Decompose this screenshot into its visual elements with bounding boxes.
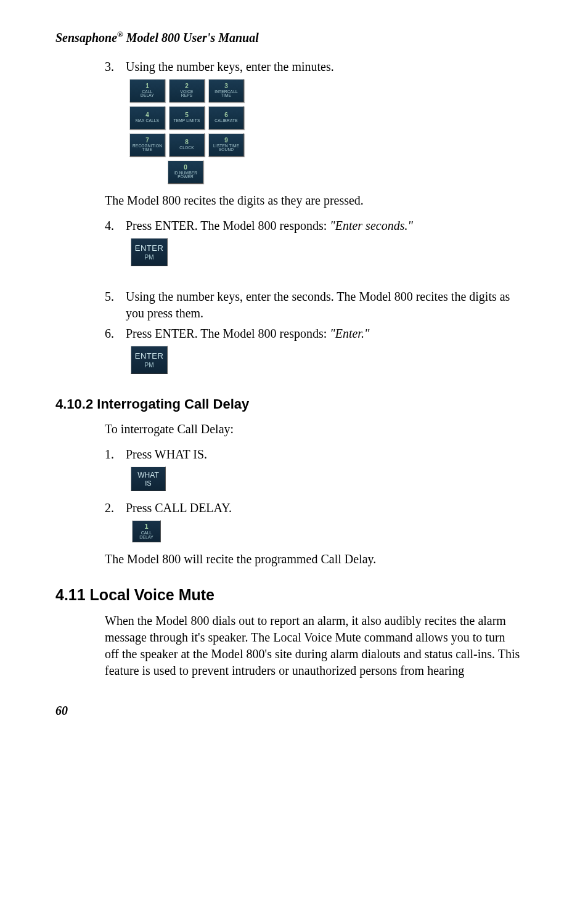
step-text: Press WHAT IS.: [126, 446, 207, 463]
step-6: 6. Press ENTER. The Model 800 responds: …: [105, 325, 520, 342]
page-header: Sensaphone® Model 800 User's Manual: [55, 30, 533, 45]
step-number: 6.: [105, 325, 126, 342]
step-3: 3. Using the number keys, enter the minu…: [105, 59, 520, 75]
outro-4-10-2: The Model 800 will recite the programmed…: [105, 551, 520, 568]
key-2: 2VOICE REPS: [169, 79, 205, 102]
reg-mark: ®: [117, 30, 123, 39]
heading-4-11: 4.11 Local Voice Mute: [55, 586, 533, 604]
model-desc: Model 800 User's Manual: [123, 31, 259, 44]
key-8: 8CLOCK: [169, 133, 205, 157]
keypad-graphic: 1CALL DELAY 2VOICE REPS 3INTERCALL TIME …: [129, 79, 520, 184]
step-number: 1.: [105, 446, 126, 463]
key-4: 4MAX CALLS: [129, 106, 165, 129]
recite-text: The Model 800 recites the digits as they…: [105, 192, 520, 209]
key-0: 0ID NUMBER POWER: [168, 160, 203, 184]
step-2-calldelay: 2. Press CALL DELAY.: [105, 500, 520, 516]
step-number: 5.: [105, 288, 126, 322]
step-text: Press CALL DELAY.: [126, 500, 232, 516]
key-9: 9LISTEN TIME SOUND: [208, 133, 244, 157]
step-text: Using the number keys, enter the minutes…: [126, 59, 334, 75]
key-5: 5TEMP LIMITS: [169, 106, 205, 129]
step-5: 5. Using the number keys, enter the seco…: [105, 288, 520, 322]
key-7: 7RECOGNITION TIME: [129, 133, 165, 157]
heading-4-10-2: 4.10.2 Interrogating Call Delay: [55, 396, 533, 412]
step-4: 4. Press ENTER. The Model 800 responds: …: [105, 218, 520, 234]
brand: Sensaphone: [55, 31, 117, 44]
what-is-key-graphic: WHAT IS: [131, 467, 166, 491]
enter-key-graphic: ENTER PM: [131, 238, 168, 266]
key-6: 6CALIBRATE: [208, 106, 244, 129]
intro-4-10-2: To interrogate Call Delay:: [105, 421, 520, 438]
step-number: 3.: [105, 59, 126, 75]
key-1: 1CALL DELAY: [129, 79, 165, 102]
body-4-11: When the Model 800 dials out to report a…: [105, 613, 520, 679]
step-number: 2.: [105, 500, 126, 516]
enter-key-graphic-2: ENTER PM: [131, 346, 168, 374]
step-text: Using the number keys, enter the seconds…: [126, 288, 520, 322]
step-text: Press ENTER. The Model 800 responds: "En…: [126, 218, 413, 234]
step-text: Press ENTER. The Model 800 responds: "En…: [126, 325, 369, 342]
step-1-whatis: 1. Press WHAT IS.: [105, 446, 520, 463]
key-3: 3INTERCALL TIME: [208, 79, 244, 102]
step-number: 4.: [105, 218, 126, 234]
call-delay-key-graphic: 1 CALL DELAY: [132, 520, 161, 542]
page-number: 60: [55, 704, 533, 718]
